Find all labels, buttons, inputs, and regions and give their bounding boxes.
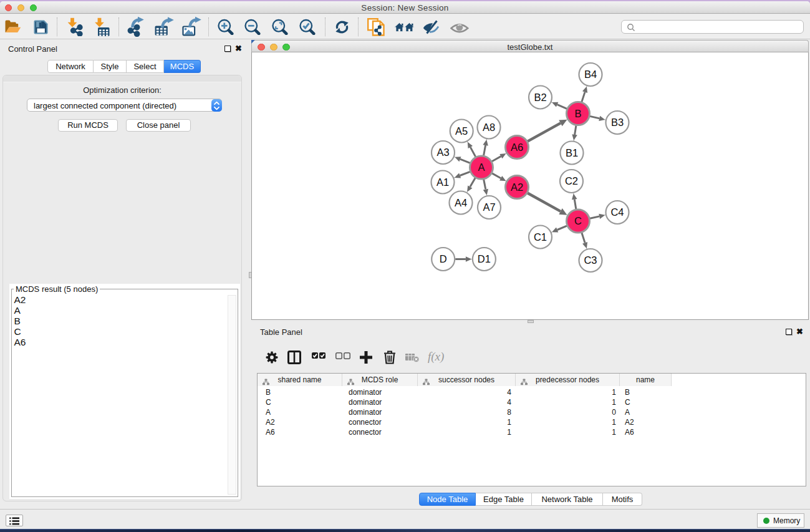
- svg-text:C3: C3: [584, 254, 597, 266]
- svg-text:C: C: [574, 215, 582, 226]
- svg-text:A8: A8: [483, 122, 495, 133]
- svg-text:B: B: [574, 108, 581, 119]
- svg-text:D1: D1: [478, 253, 491, 264]
- svg-text:A6: A6: [511, 142, 523, 153]
- svg-text:B1: B1: [566, 147, 578, 158]
- svg-text:B4: B4: [584, 69, 597, 80]
- svg-text:A1: A1: [436, 177, 449, 188]
- svg-text:C1: C1: [534, 231, 547, 243]
- svg-text:A: A: [478, 162, 485, 173]
- svg-text:A7: A7: [483, 201, 495, 213]
- svg-text:D: D: [440, 253, 447, 264]
- svg-text:A4: A4: [455, 197, 467, 208]
- svg-text:A3: A3: [436, 147, 449, 158]
- svg-text:A5: A5: [455, 125, 468, 137]
- svg-text:A2: A2: [511, 181, 523, 193]
- svg-text:C4: C4: [610, 206, 624, 218]
- svg-text:B2: B2: [534, 92, 546, 103]
- svg-text:B3: B3: [611, 117, 624, 128]
- svg-text:C2: C2: [565, 175, 578, 186]
